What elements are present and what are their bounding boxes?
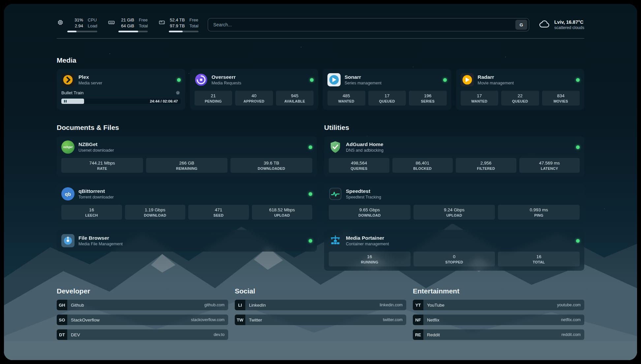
section-developer: Developer GH Github github.com SO StackO… xyxy=(57,287,228,340)
bookmark-dev[interactable]: DT DEV dev.to xyxy=(57,329,228,340)
stat-queries: 498,564QUERIES xyxy=(329,158,389,173)
bookmark-github[interactable]: GH Github github.com xyxy=(57,300,228,310)
playback-progress-bar[interactable]: 24:44 / 02:06:47 xyxy=(61,99,181,104)
stat-rate: 744.21 MbpsRATE xyxy=(61,158,143,173)
status-dot xyxy=(309,239,312,243)
service-card-sonarr[interactable]: Sonarr Series management 485WANTED 17QUE… xyxy=(323,69,451,110)
section-title-utilities: Utilities xyxy=(324,124,584,132)
service-card-qbittorrent[interactable]: qb qBittorrent Torrent downloader 16LEEC… xyxy=(57,183,317,224)
stat-wanted: 485WANTED xyxy=(327,91,365,106)
service-name: NZBGet xyxy=(78,141,114,147)
section-utilities: Utilities xyxy=(324,124,584,271)
cpu-load-label: Load xyxy=(88,23,97,29)
service-card-speedtest[interactable]: Speedtest Speedtest Tracking 9.65 GbpsDO… xyxy=(324,183,584,224)
status-dot xyxy=(443,78,447,82)
service-name: Plex xyxy=(78,74,102,80)
weather-condition: scattered clouds xyxy=(554,25,584,30)
stat-upload: 9.24 GbpsUPLOAD xyxy=(413,205,495,220)
portainer-icon xyxy=(329,234,342,247)
status-dot xyxy=(576,78,580,82)
service-name: Overseerr xyxy=(212,74,241,80)
service-name: Speedtest xyxy=(346,188,381,194)
stat-stopped: 0STOPPED xyxy=(413,252,495,266)
bookmark-youtube[interactable]: YT YouTube youtube.com xyxy=(413,300,584,310)
disk-icon xyxy=(158,19,166,26)
bookmark-linkedin[interactable]: LI LinkedIn linkedin.com xyxy=(235,300,406,310)
section-media: Media Plex Media server xyxy=(57,56,584,110)
service-card-adguard[interactable]: AdGuard Home DNS and adblocking 498,564Q… xyxy=(324,136,584,177)
bookmark-twitter[interactable]: TW Twitter twitter.com xyxy=(235,315,406,325)
service-name: Radarr xyxy=(478,74,514,80)
service-card-portainer[interactable]: Media Portainer Container management 16R… xyxy=(324,230,584,271)
bookmark-badge: RE xyxy=(413,329,423,340)
stat-download: 1.19 GbpsDOWNLOAD xyxy=(125,205,186,220)
section-title-documents: Documents & Files xyxy=(57,124,317,132)
status-dot xyxy=(309,192,312,196)
stat-downloaded: 39.6 TBDOWNLOADED xyxy=(230,158,312,173)
cpu-percent: 31% xyxy=(67,17,83,23)
search-input[interactable] xyxy=(213,22,515,28)
bookmark-badge: TW xyxy=(235,315,245,325)
memory-total-label: Total xyxy=(139,23,148,29)
bookmark-stackoverflow[interactable]: SO StackOverflow stackoverflow.com xyxy=(57,315,228,325)
service-description: Media server xyxy=(78,81,102,85)
section-title-developer: Developer xyxy=(57,287,228,295)
bookmark-badge: NF xyxy=(413,315,423,325)
service-name: AdGuard Home xyxy=(346,141,383,147)
now-playing-title: Bullet Train xyxy=(61,90,84,95)
speedtest-icon xyxy=(329,187,342,200)
disk-progress-bar xyxy=(169,31,198,32)
qbittorrent-icon: qb xyxy=(61,187,75,200)
nzbget-icon: nzbget xyxy=(61,140,75,154)
stat-remaining: 266 GBREMAINING xyxy=(146,158,228,173)
cpu-widget: 31% CPU 2.94 Load xyxy=(57,17,97,32)
service-card-filebrowser[interactable]: File Browser Media File Management xyxy=(57,230,317,252)
dashboard-window: 31% CPU 2.94 Load 21 xyxy=(4,4,637,360)
stat-blocked: 86,401BLOCKED xyxy=(392,158,453,173)
snow-specks xyxy=(4,4,5,5)
search-provider-button[interactable]: G xyxy=(515,20,527,30)
section-documents: Documents & Files nzbget NZBGet Usenet d… xyxy=(57,124,317,271)
plex-icon xyxy=(61,73,75,86)
bookmark-netflix[interactable]: NF Netflix netflix.com xyxy=(413,315,584,325)
section-title-social: Social xyxy=(235,287,406,295)
service-card-overseerr[interactable]: Overseerr Media Requests 21PENDING 40APP… xyxy=(190,69,319,110)
stat-upload: 618.52 MbpsUPLOAD xyxy=(252,205,313,220)
stat-movies: 834MOVIES xyxy=(542,91,580,106)
stat-available: 945AVAILABLE xyxy=(276,91,314,106)
service-description: Movie management xyxy=(478,81,514,85)
service-description: Container management xyxy=(346,242,389,246)
section-social: Social LI LinkedIn linkedin.com TW Twitt… xyxy=(235,287,406,340)
playback-time: 24:44 / 02:06:47 xyxy=(150,99,178,103)
service-card-nzbget[interactable]: nzbget NZBGet Usenet downloader 744.21 M… xyxy=(57,136,317,177)
stat-filtered: 2,956FILTERED xyxy=(456,158,516,173)
system-widgets: 31% CPU 2.94 Load 21 xyxy=(57,17,198,32)
service-card-plex[interactable]: Plex Media server Bullet Train xyxy=(57,69,185,110)
bookmark-badge: GH xyxy=(57,300,67,310)
service-name: Media Portainer xyxy=(346,235,389,241)
service-name: Sonarr xyxy=(345,74,382,80)
disk-free-label: Free xyxy=(189,17,198,23)
search-bar: G xyxy=(208,18,529,31)
memory-free-label: Free xyxy=(139,17,148,23)
gear-icon[interactable] xyxy=(175,90,181,96)
cpu-label: CPU xyxy=(88,17,97,23)
service-card-radarr[interactable]: Radarr Movie management 17WANTED 22QUEUE… xyxy=(456,69,585,110)
cpu-icon xyxy=(57,19,64,26)
sonarr-icon xyxy=(327,73,341,86)
cpu-progress-bar xyxy=(67,31,97,32)
bookmark-badge: YT xyxy=(413,300,423,310)
pause-icon[interactable] xyxy=(64,100,67,103)
memory-total: 64 GiB xyxy=(118,23,134,29)
service-description: DNS and adblocking xyxy=(346,148,383,153)
stat-download: 9.65 GbpsDOWNLOAD xyxy=(329,205,411,220)
disk-total: 97.9 TB xyxy=(169,23,185,29)
weather-widget: Lviv, 16.87°C scattered clouds xyxy=(538,18,584,31)
stat-total: 16TOTAL xyxy=(498,252,580,266)
cloud-icon xyxy=(538,18,550,31)
service-name: qBittorrent xyxy=(78,188,114,194)
service-description: Torrent downloader xyxy=(78,195,114,199)
bookmark-reddit[interactable]: RE Reddit reddit.com xyxy=(413,329,584,340)
section-title-media: Media xyxy=(57,56,584,64)
status-dot xyxy=(310,78,314,82)
